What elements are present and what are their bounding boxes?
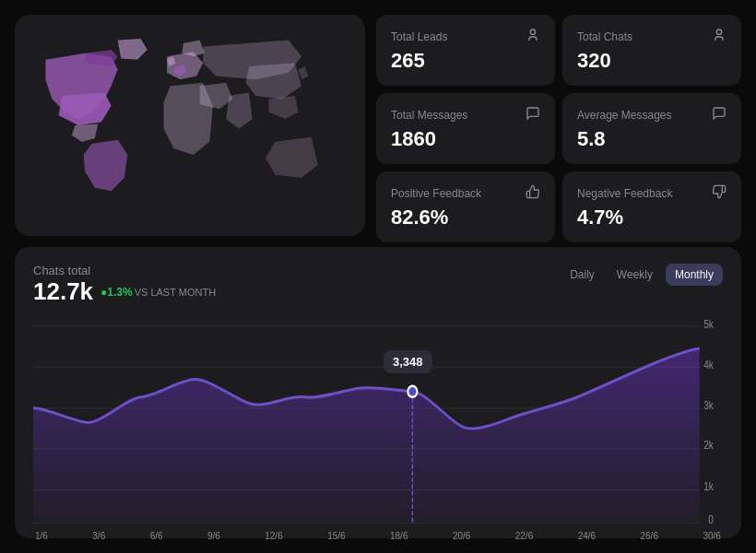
chart-title-group: Chats total 12.7k ●1.3% VS LAST MONTH <box>33 264 216 306</box>
stat-value-negative-feedback: 4.7% <box>577 206 726 229</box>
stat-label-total-leads: Total Leads <box>391 30 447 43</box>
stat-card-total-leads: Total Leads 265 <box>376 15 555 86</box>
stat-label-positive-feedback: Positive Feedback <box>391 187 481 200</box>
stat-header-avg: Average Messages <box>577 106 726 124</box>
x-label-2: 3/6 <box>92 531 105 541</box>
stat-header-messages: Total Messages <box>391 106 540 124</box>
stat-value-positive-feedback: 82.6% <box>391 206 540 229</box>
stat-value-avg-messages: 5.8 <box>577 127 726 151</box>
stat-icon-avg-messages <box>712 106 726 124</box>
period-btn-monthly[interactable]: Monthly <box>666 264 723 286</box>
stat-card-positive-feedback: Positive Feedback 82.6% <box>376 171 555 242</box>
chart-section: Chats total 12.7k ●1.3% VS LAST MONTH Da… <box>15 247 741 538</box>
svg-text:4k: 4k <box>703 359 714 371</box>
stat-label-negative-feedback: Negative Feedback <box>577 187 672 200</box>
stat-label-total-messages: Total Messages <box>391 109 467 122</box>
stat-icon-positive-feedback <box>526 184 540 202</box>
stat-card-negative-feedback: Negative Feedback 4.7% <box>562 171 741 242</box>
chart-main-value-group: 12.7k ●1.3% VS LAST MONTH <box>33 277 216 306</box>
svg-point-15 <box>408 386 417 397</box>
x-label-9: 22/6 <box>515 531 533 541</box>
x-label-4: 9/6 <box>207 531 220 541</box>
chart-svg: 5k 4k 3k 2k 1k 0 <box>33 315 723 525</box>
stat-icon-total-leads <box>526 28 540 45</box>
x-label-8: 20/6 <box>453 531 470 541</box>
period-btn-weekly[interactable]: Weekly <box>608 264 662 286</box>
stat-card-avg-messages: Average Messages 5.8 <box>562 93 741 164</box>
stat-value-total-leads: 265 <box>391 49 540 73</box>
x-label-6: 15/6 <box>327 531 345 541</box>
stat-icon-negative-feedback <box>712 184 726 202</box>
chart-change-label: VS LAST MONTH <box>135 287 216 298</box>
stat-label-avg-messages: Average Messages <box>577 109 672 122</box>
period-btn-daily[interactable]: Daily <box>561 264 604 286</box>
stat-value-total-chats: 320 <box>577 49 726 73</box>
stat-value-total-messages: 1860 <box>391 127 540 151</box>
stat-header-negative: Negative Feedback <box>577 184 726 202</box>
period-buttons: Daily Weekly Monthly <box>561 264 723 286</box>
chart-header: Chats total 12.7k ●1.3% VS LAST MONTH Da… <box>33 264 723 306</box>
x-label-1: 1/6 <box>35 531 48 541</box>
map-card <box>15 15 365 236</box>
stat-icon-total-chats <box>712 28 726 45</box>
stats-grid: Total Leads 265 Total Chats 320 Total Me… <box>376 15 741 236</box>
stat-card-total-messages: Total Messages 1860 <box>376 93 555 164</box>
x-label-12: 30/6 <box>703 531 720 541</box>
stat-header-positive: Positive Feedback <box>391 184 540 202</box>
svg-text:0: 0 <box>708 513 714 525</box>
svg-point-1 <box>716 29 721 34</box>
chart-area: 5k 4k 3k 2k 1k 0 <box>33 315 723 525</box>
svg-text:3k: 3k <box>703 399 714 411</box>
stat-header-chats: Total Chats <box>577 28 726 45</box>
x-labels: 1/6 3/6 6/6 9/6 12/6 15/6 18/6 20/6 22/6… <box>33 531 723 541</box>
x-label-5: 12/6 <box>265 531 282 541</box>
chart-change: ●1.3% VS LAST MONTH <box>100 286 216 299</box>
x-label-3: 6/6 <box>150 531 163 541</box>
stat-header: Total Leads <box>391 28 540 45</box>
x-label-7: 18/6 <box>390 531 408 541</box>
chart-main-number: 12.7k <box>33 277 93 306</box>
x-label-11: 26/6 <box>641 531 658 541</box>
stat-card-total-chats: Total Chats 320 <box>562 15 741 86</box>
top-section: Total Leads 265 Total Chats 320 Total Me… <box>15 15 741 236</box>
svg-text:2k: 2k <box>703 439 714 451</box>
chart-title: Chats total <box>33 264 216 277</box>
svg-point-0 <box>530 29 535 34</box>
stat-icon-total-messages <box>526 106 540 124</box>
svg-text:1k: 1k <box>703 480 714 492</box>
stat-label-total-chats: Total Chats <box>577 30 632 43</box>
svg-text:5k: 5k <box>703 319 714 331</box>
world-map <box>26 26 354 225</box>
x-label-10: 24/6 <box>578 531 596 541</box>
chart-change-value: ●1.3% <box>100 286 133 299</box>
